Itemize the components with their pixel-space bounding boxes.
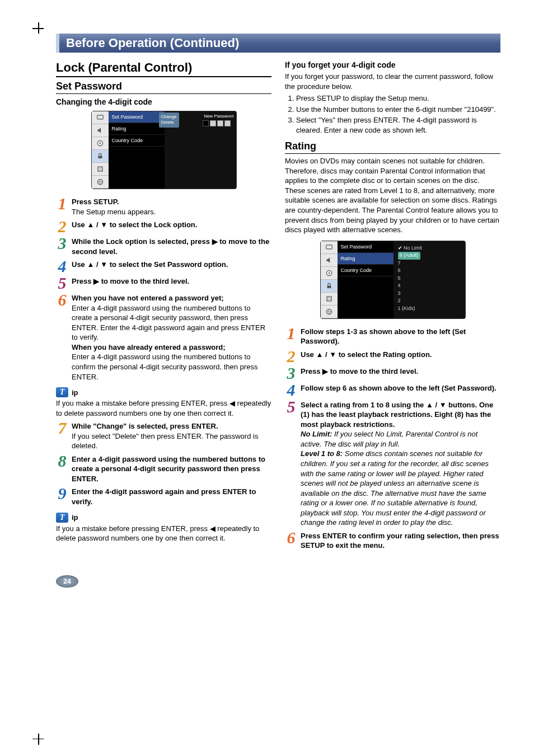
step-number: 8 [56,454,68,468]
step-number: 4 [285,383,297,397]
heading-set-password: Set Password [56,81,271,94]
list-item: Use the Number buttons to enter the 6-di… [296,105,500,115]
step-body: When you have not entered a password yet… [72,293,271,382]
step-5: 5 Press ▶ to move to the third level. [56,276,271,290]
step-text: Enter a 4-digit password using the numbe… [72,304,265,342]
osd-item-country-code: Country Code [109,135,165,147]
tip-icon: T [56,387,68,397]
tip-label: ip [72,388,78,397]
step-number: 5 [285,400,297,414]
step-7: 7 While "Change" is selected, press ENTE… [56,421,271,451]
section-title-bar: Before Operation (Continued) [56,34,500,53]
heading-change-code: Changing the 4-digit code [56,97,271,106]
step-6: 6 When you have not entered a password y… [56,293,271,382]
osd-menu-list: Set Password Rating Country Code [338,241,394,318]
osd-icon-column [321,241,338,318]
step-bold: Select a rating from 1 to 8 using the ▲ … [301,401,493,429]
svg-point-12 [328,272,329,273]
tip-text: If you make a mistake before pressing EN… [56,398,271,418]
osd-pw-box [217,120,223,126]
rstep-2: 2 Use ▲ / ▼ to select the Rating option. [285,350,500,363]
step-number: 1 [56,197,68,210]
step-text: If you select "Delete" then press ENTER.… [72,432,258,450]
left-column: Lock (Parental Control) Set Password Cha… [56,60,271,553]
osd-right-panel: No Limit 8 (Adult) 7 6 5 4 3 2 1 (Kids) [394,241,465,318]
osd-rating-option: 4 [398,282,461,290]
osd-icon-film [92,163,109,176]
osd-item-set-password: Set Password [109,111,165,123]
step-bold: Follow step 6 as shown above to the left… [301,384,496,392]
rstep-1: 1 Follow steps 1-3 as shown above to the… [285,327,500,346]
rstep-6: 6 Press ENTER to confirm your rating sel… [285,531,500,551]
step-number: 6 [285,531,297,544]
step-body: Select a rating from 1 to 8 using the ▲ … [301,400,500,528]
osd-icon-speaker [321,254,338,267]
osd-icon-film [321,293,338,306]
osd-icon-lock [321,280,338,293]
osd-pw-box [210,120,216,126]
osd-item-country-code: Country Code [338,265,394,276]
svg-rect-10 [326,245,332,249]
osd-icon-speaker [92,124,109,137]
step-number: 1 [285,327,297,340]
rating-paragraph: Movies on DVDs may contain scenes not su… [285,156,500,234]
tip-icon: T [56,513,68,523]
step-number: 4 [56,260,68,273]
step-number: 3 [285,367,297,380]
svg-rect-4 [97,167,102,171]
section-title: Before Operation (Continued) [66,36,239,50]
osd-item-set-password: Set Password [338,241,394,253]
osd-icon-disc [321,267,338,280]
step-bold: Press SETUP. [72,198,119,206]
osd-pw-box [224,120,231,126]
step-bold: While "Change" is selected, press ENTER. [72,422,218,430]
osd-menu-list: Set Password Rating Country Code [109,111,165,189]
step-bold: While the Lock option is selected, press… [72,237,269,256]
osd-rating-option: 5 [398,275,461,283]
list-item: Select "Yes" then press ENTER. The 4-dig… [296,115,500,135]
step-body: Press SETUP. The Setup menu appears. [72,197,271,217]
heading-forget-code: If you forget your 4-digit code [285,60,500,69]
rstep-3: 3 Press ▶ to move to the third level. [285,367,500,380]
osd-icon-globe [321,306,338,318]
osd-icon-disc [92,137,109,150]
osd-rating-option: No Limit [398,245,461,252]
step-bold-2: When you have already entered a password… [72,343,226,351]
osd-popup: Change Delete [159,112,179,128]
level-label: Level 1 to 8: [301,449,343,458]
svg-rect-0 [97,115,103,119]
step-bold: Enter the 4-digit password again and pre… [72,487,256,506]
osd-item-rating: Rating [109,123,165,135]
osd-rating-option: 6 [398,267,461,275]
tip-text-2: If you a mistake before pressing ENTER, … [56,524,271,543]
osd-icon-tv [92,111,109,124]
step-number: 2 [56,220,68,233]
osd-item-rating: Rating [338,253,394,265]
step-number: 6 [56,293,68,307]
step-3: 3 While the Lock option is selected, pre… [56,237,271,256]
step-number: 7 [56,421,68,435]
rstep-4: 4 Follow step 6 as shown above to the le… [285,383,500,397]
step-text-2: Enter a 4-digit password using the numbe… [72,353,257,381]
osd-icon-lock [92,150,109,163]
step-bold: Press ▶ to move to the third level. [72,277,189,285]
osd-popup-delete: Delete [161,120,177,125]
osd-icon-column [92,111,109,189]
right-column: If you forget your 4-digit code If you f… [285,60,500,553]
step-bold: Use ▲ / ▼ to select the Lock option. [72,220,197,229]
svg-point-2 [99,143,100,144]
step-number: 5 [56,276,68,290]
forget-steps-list: Press SETUP to display the Setup menu. U… [285,93,500,135]
step-bold: Use ▲ / ▼ to select the Set Password opt… [72,260,228,269]
step-bold: Press ▶ to move to the third level. [301,367,418,375]
heading-rating: Rating [285,140,500,154]
step-bold: Press ENTER to confirm your rating selec… [301,532,499,550]
step-bold: Use ▲ / ▼ to select the Rating option. [301,350,432,359]
step-8: 8 Enter a 4-digit password using the num… [56,454,271,484]
osd-rating-option: 2 [398,297,461,305]
rstep-5: 5 Select a rating from 1 to 8 using the … [285,400,500,528]
forget-intro: If you forget your password, to clear th… [285,72,500,91]
osd-pw-box [203,120,209,126]
osd-rating-option: 1 (Kids) [398,305,461,313]
svg-rect-14 [326,297,331,301]
